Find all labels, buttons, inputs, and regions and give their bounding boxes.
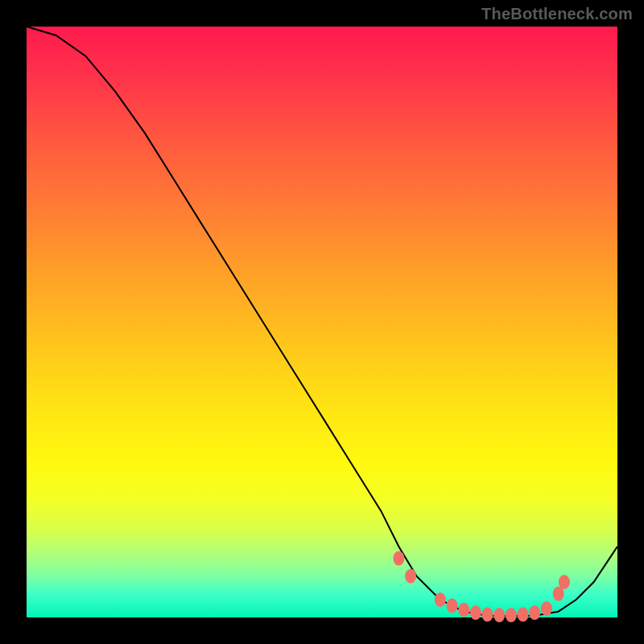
marker-dot (405, 569, 416, 584)
marker-dot (393, 551, 404, 566)
marker-dot (493, 608, 505, 622)
bottleneck-curve (27, 27, 617, 617)
marker-group (393, 551, 570, 623)
marker-dot (482, 607, 493, 621)
plot-area (27, 27, 617, 617)
marker-dot (506, 608, 517, 622)
marker-dot (470, 605, 481, 620)
marker-dot (458, 603, 469, 617)
watermark-text: TheBottleneck.com (481, 5, 633, 23)
marker-dot (447, 598, 458, 613)
marker-dot (529, 605, 540, 620)
marker-dot (518, 607, 529, 621)
marker-dot (435, 592, 446, 607)
chart-svg (27, 27, 617, 617)
marker-dot (559, 575, 570, 589)
chart-frame: TheBottleneck.com (0, 0, 644, 644)
marker-dot (541, 601, 552, 616)
